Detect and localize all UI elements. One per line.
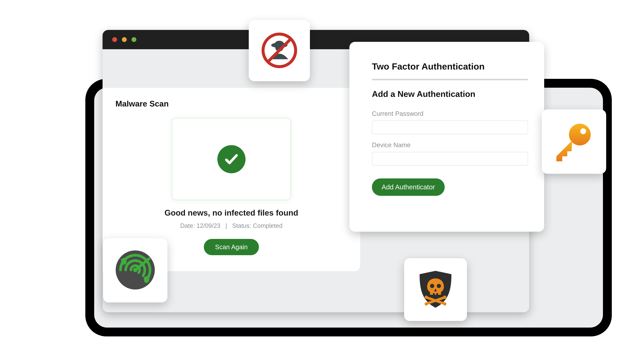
svg-point-13 [430,284,434,288]
key-card [542,109,606,174]
scan-date-label: Date: [180,222,195,229]
svg-point-20 [424,302,428,306]
svg-point-14 [437,284,441,288]
scan-status-label: Status: [232,222,251,229]
device-name-label: Device Name [372,141,528,149]
traffic-minimize-icon[interactable] [122,37,127,42]
svg-point-22 [569,124,591,145]
svg-point-19 [443,296,446,299]
shield-skull-card [404,258,467,321]
two-factor-subtitle: Add a New Authentication [372,89,528,99]
add-authenticator-button[interactable]: Add Authenticator [372,178,445,196]
no-spy-icon [261,32,298,69]
current-password-label: Current Password [372,110,528,117]
two-factor-title: Two Factor Authentication [372,61,528,72]
scan-status-value: Completed [253,222,282,229]
checkmark-icon [217,145,246,173]
svg-point-6 [133,268,138,272]
scan-result-headline: Good news, no infected files found [164,208,298,218]
radar-scan-icon [114,248,157,292]
scan-date-value: 12/09/23 [196,222,220,229]
shield-skull-icon [414,268,456,311]
device-name-input[interactable] [372,152,528,166]
no-spy-card [249,20,310,81]
current-password-input[interactable] [372,120,528,134]
malware-scan-title: Malware Scan [116,99,347,108]
scan-again-button[interactable]: Scan Again [204,239,259,255]
radar-scan-card [103,238,168,303]
key-icon [553,120,595,163]
svg-point-23 [580,128,586,134]
two-factor-panel: Two Factor Authentication Add a New Auth… [349,42,544,232]
svg-point-18 [424,296,428,299]
traffic-close-icon[interactable] [112,37,117,42]
two-factor-divider [372,79,528,80]
scan-result-meta: Date: 12/09/23 | Status: Completed [180,222,282,229]
scan-result-box [172,118,291,200]
traffic-maximize-icon[interactable] [132,37,136,42]
svg-point-21 [443,302,446,306]
